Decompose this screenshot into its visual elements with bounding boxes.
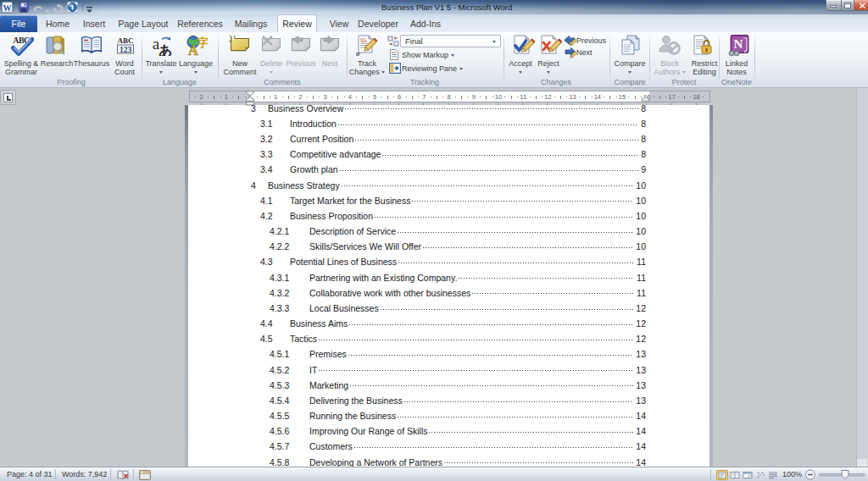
svg-text:N: N: [734, 37, 743, 51]
svg-text:W: W: [3, 3, 12, 13]
svg-text:123: 123: [120, 46, 132, 54]
svg-text:字: 字: [197, 36, 208, 49]
svg-text:あ: あ: [159, 43, 172, 56]
svg-text:ABC: ABC: [117, 36, 133, 45]
